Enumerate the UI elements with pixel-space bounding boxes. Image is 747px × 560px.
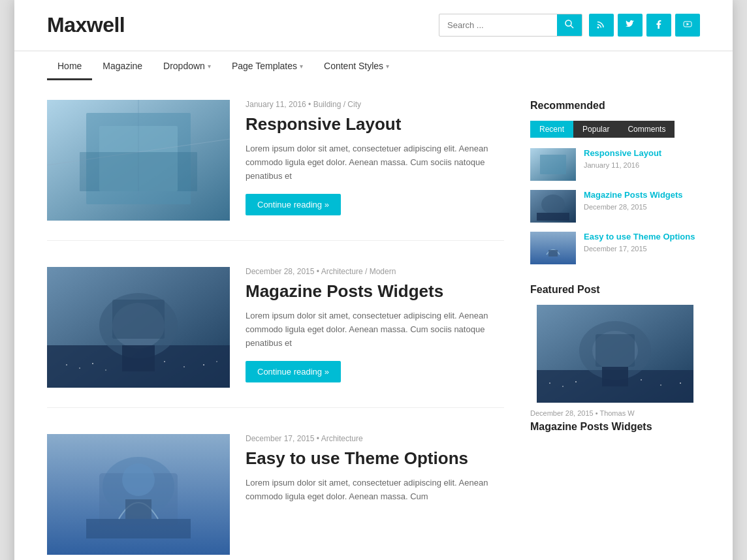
featured-image (530, 305, 700, 403)
post-card: January 11, 2016 • Building / City Respo… (47, 100, 504, 241)
post-excerpt-2: Lorem ipsum dolor sit amet, consectetuer… (246, 309, 504, 350)
svg-rect-10 (80, 152, 197, 191)
chevron-down-icon: ▾ (208, 63, 211, 70)
svg-point-28 (122, 463, 155, 496)
post-title-2[interactable]: Magazine Posts Widgets (246, 281, 504, 302)
svg-point-0 (565, 20, 571, 26)
post-excerpt-1: Lorem ipsum dolor sit amet, consectetuer… (246, 142, 504, 183)
svg-rect-30 (125, 499, 151, 519)
sidebar: Recommended Recent Popular Comments (530, 100, 700, 560)
svg-point-22 (183, 366, 185, 367)
rec-title-2[interactable]: Magazine Posts Widgets (584, 190, 683, 201)
nav-dropdown[interactable]: Dropdown ▾ (153, 52, 221, 80)
facebook-button[interactable] (646, 14, 671, 37)
svg-rect-16 (122, 345, 155, 371)
recommended-title: Recommended (530, 100, 700, 112)
rec-thumb-3 (530, 232, 576, 264)
svg-line-1 (571, 25, 573, 28)
svg-point-23 (203, 364, 204, 366)
rec-date-3: December 17, 2015 (584, 245, 695, 253)
post-excerpt-3: Lorem ipsum dolor sit amet, consectetuer… (246, 476, 504, 504)
search-form (439, 14, 582, 37)
youtube-button[interactable] (675, 14, 700, 37)
featured-section: Featured Post (530, 284, 700, 433)
rec-thumb-2 (530, 190, 576, 223)
search-button[interactable] (557, 14, 582, 36)
search-input[interactable] (439, 15, 557, 35)
post-card: December 17, 2015 • Architecture Easy to… (47, 434, 504, 560)
svg-point-47 (641, 379, 642, 381)
svg-rect-35 (537, 213, 569, 221)
rss-button[interactable] (589, 14, 614, 37)
svg-rect-15 (112, 300, 165, 339)
post-title-1[interactable]: Responsive Layout (246, 114, 504, 134)
header-right (439, 14, 700, 37)
post-image-2 (47, 267, 230, 388)
rec-info-3: Easy to use Theme Options December 17, 2… (584, 232, 695, 253)
continue-reading-button-2[interactable]: Continue reading » (246, 361, 341, 382)
main-layout: January 11, 2016 • Building / City Respo… (14, 80, 733, 560)
svg-rect-42 (596, 334, 635, 367)
twitter-button[interactable] (618, 14, 643, 37)
rec-info-1: Responsive Layout January 11, 2016 (584, 148, 661, 169)
svg-point-21 (164, 361, 165, 362)
nav-content-styles[interactable]: Content Styles ▾ (313, 52, 400, 80)
rec-item-1: Responsive Layout January 11, 2016 (530, 148, 700, 181)
rec-title-1[interactable]: Responsive Layout (584, 148, 661, 159)
svg-point-2 (597, 27, 599, 29)
rec-item-2: Magazine Posts Widgets December 28, 2015 (530, 190, 700, 223)
post-image-1 (47, 100, 230, 221)
rec-date-1: January 11, 2016 (584, 161, 661, 169)
facebook-icon (654, 20, 663, 29)
tab-comments[interactable]: Comments (618, 121, 675, 138)
post-meta-3: December 17, 2015 • Architecture (246, 434, 504, 443)
featured-post-title[interactable]: Magazine Posts Widgets (530, 421, 700, 433)
svg-point-24 (216, 361, 217, 362)
rec-date-2: December 28, 2015 (584, 203, 683, 211)
chevron-down-icon: ▾ (300, 63, 303, 70)
recommended-section: Recommended Recent Popular Comments (530, 100, 700, 264)
rec-thumb-1 (530, 148, 576, 181)
nav-page-templates[interactable]: Page Templates ▾ (221, 52, 313, 80)
featured-title: Featured Post (530, 284, 700, 296)
svg-point-19 (92, 363, 93, 364)
svg-point-34 (541, 194, 565, 214)
tab-recent[interactable]: Recent (530, 121, 573, 138)
svg-point-44 (549, 382, 550, 384)
tab-popular[interactable]: Popular (573, 121, 618, 138)
continue-reading-button-1[interactable]: Continue reading » (246, 194, 341, 215)
svg-rect-29 (86, 519, 191, 538)
search-icon (565, 20, 574, 29)
chevron-down-icon: ▾ (386, 63, 389, 70)
post-card: December 28, 2015 • Architecture / Moder… (47, 267, 504, 408)
svg-point-17 (66, 364, 67, 366)
svg-marker-4 (687, 23, 690, 25)
header: Maxwell (14, 0, 733, 50)
twitter-icon (626, 20, 635, 29)
svg-point-49 (680, 382, 681, 384)
post-image-3 (47, 434, 230, 555)
post-title-3[interactable]: Easy to use Theme Options (246, 448, 504, 469)
svg-point-45 (562, 386, 564, 387)
svg-rect-43 (602, 367, 628, 386)
nav-magazine[interactable]: Magazine (92, 52, 153, 80)
post-content-2: December 28, 2015 • Architecture / Moder… (246, 267, 504, 388)
navigation: Home Magazine Dropdown ▾ Page Templates … (14, 50, 733, 80)
featured-meta: December 28, 2015 • Thomas W (530, 409, 700, 417)
rec-title-3[interactable]: Easy to use Theme Options (584, 232, 695, 243)
posts-column: January 11, 2016 • Building / City Respo… (47, 100, 530, 560)
youtube-icon (683, 20, 692, 29)
svg-point-48 (660, 384, 661, 386)
svg-point-46 (575, 381, 577, 382)
rec-item-3: Easy to use Theme Options December 17, 2… (530, 232, 700, 264)
rec-info-2: Magazine Posts Widgets December 28, 2015 (584, 190, 683, 211)
post-meta-2: December 28, 2015 • Architecture / Moder… (246, 267, 504, 276)
svg-point-18 (79, 367, 80, 369)
svg-point-20 (105, 369, 106, 371)
nav-home[interactable]: Home (47, 52, 92, 80)
post-content-1: January 11, 2016 • Building / City Respo… (246, 100, 504, 221)
svg-rect-36 (530, 232, 576, 264)
recommended-tabs: Recent Popular Comments (530, 121, 700, 138)
post-meta-1: January 11, 2016 • Building / City (246, 100, 504, 109)
post-content-3: December 17, 2015 • Architecture Easy to… (246, 434, 504, 555)
